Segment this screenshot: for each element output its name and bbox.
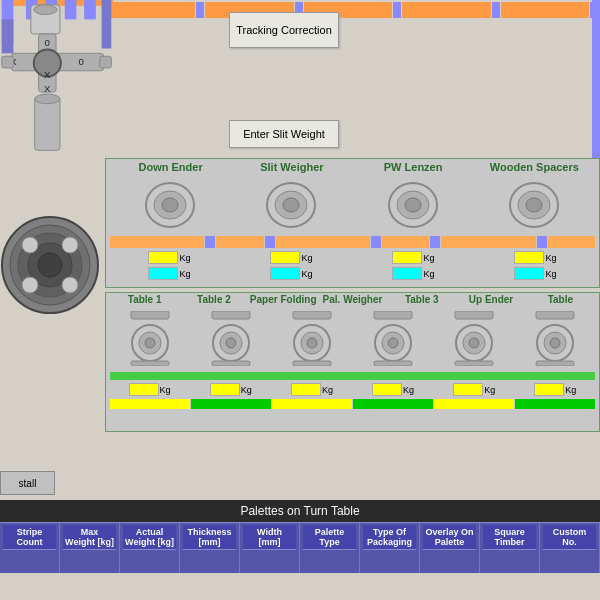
kg-yellow-2[interactable] [270,251,300,264]
kg-field-1[interactable]: Kg [148,251,190,264]
lower-section: Table 1 Table 2 Paper Folding Pal. Weigh… [105,292,600,432]
svg-point-47 [145,338,155,348]
roller-1 [143,180,198,230]
svg-point-7 [34,5,57,15]
svg-point-37 [283,198,299,212]
kg-label-3: Kg [423,253,434,263]
roller-3 [386,180,441,230]
palette-col-stripe: Stripe Count [0,523,60,573]
lower-kg-field-3[interactable]: Kg [291,383,333,396]
lower-kg-field-2[interactable]: Kg [210,383,252,396]
kg-cyan-label-1: Kg [179,269,190,279]
lower-roller-3 [291,311,333,366]
svg-rect-20 [100,56,112,68]
svg-rect-54 [293,311,331,319]
svg-text:X: X [44,69,51,80]
svg-rect-73 [536,361,574,366]
lower-kg-field-6[interactable]: Kg [534,383,576,396]
header-slit-weigher: Slit Weigher [231,161,352,173]
lower-kg-yellow-2[interactable] [210,383,240,396]
svg-point-18 [35,94,60,104]
kg-cyan-3[interactable] [392,267,422,280]
lower-roller-2 [210,311,252,366]
svg-point-52 [226,338,236,348]
svg-point-34 [162,198,178,212]
header-up-ender: Up Ender [456,294,525,305]
palette-col-header-overlay: Overlay On Palette [423,525,476,550]
lower-green-strip [110,372,595,380]
enter-slit-weight-button[interactable]: Enter Slit Weight [229,120,339,148]
lower-kg-field-1[interactable]: Kg [129,383,171,396]
palette-col-max-weight: Max Weight [kg] [60,523,120,573]
lower-kg-yellow-5[interactable] [453,383,483,396]
svg-point-67 [469,338,479,348]
kg-cyan-field-1[interactable]: Kg [148,267,190,280]
lower-kg-yellow-1[interactable] [129,383,159,396]
lower-roller-1 [129,311,171,366]
lower-kg-field-5[interactable]: Kg [453,383,495,396]
lower-kg-yellow-3[interactable] [291,383,321,396]
lower-kg-label-6: Kg [565,385,576,395]
kg-yellow-1[interactable] [148,251,178,264]
upper-rollers-row [106,175,599,235]
palette-col-header-max-weight: Max Weight [kg] [63,525,116,550]
tracking-correction-button[interactable]: Tracking Correction [229,12,339,48]
kg-yellow-4[interactable] [514,251,544,264]
kg-cyan-field-2[interactable]: Kg [270,267,312,280]
kg-label-4: Kg [545,253,556,263]
svg-rect-58 [293,361,331,366]
svg-rect-69 [536,311,574,319]
palette-col-actual-weight: Actual Weight [kg] [120,523,180,573]
lower-kg-label-4: Kg [403,385,414,395]
lower-roller-6 [534,311,576,366]
palette-col-header-square-timber: Square Timber [483,525,536,550]
lower-kg-field-4[interactable]: Kg [372,383,414,396]
palette-col-custom-no: Custom No. [540,523,600,573]
kg-cyan-field-3[interactable]: Kg [392,267,434,280]
svg-rect-63 [374,361,412,366]
roller-4 [507,180,562,230]
header-table-extra: Table [526,294,595,305]
install-button[interactable]: stall [0,471,55,495]
machine-graphic: 0 X X 0 X 0 [0,0,115,160]
svg-rect-68 [455,361,493,366]
svg-text:0: 0 [45,37,51,48]
kg-cyan-1[interactable] [148,267,178,280]
kg-label-1: Kg [179,253,190,263]
lower-rollers-row [106,306,599,371]
large-roller-svg [0,185,105,335]
palette-col-overlay: Overlay On Palette [420,523,480,573]
svg-point-31 [62,277,78,293]
svg-rect-5 [84,0,96,19]
palette-col-header-thickness: Thickness [mm] [183,525,236,550]
lower-kg-row: Kg Kg Kg Kg Kg Kg [106,381,599,398]
kg-cyan-2[interactable] [270,267,300,280]
svg-point-43 [526,198,542,212]
lower-kg-yellow-4[interactable] [372,383,402,396]
svg-rect-44 [131,311,169,319]
palette-col-header-palette-type: Palette Type [303,525,356,550]
lower-kg-yellow-6[interactable] [534,383,564,396]
svg-rect-22 [102,0,112,48]
svg-rect-59 [374,311,412,319]
palette-col-type-packaging: Type Of Packaging [360,523,420,573]
kg-field-2[interactable]: Kg [270,251,312,264]
header-table1: Table 1 [110,294,179,305]
lower-kg-label-5: Kg [484,385,495,395]
svg-point-30 [22,277,38,293]
svg-point-57 [307,338,317,348]
kg-field-3[interactable]: Kg [392,251,434,264]
svg-text:0: 0 [79,56,85,67]
svg-rect-19 [2,56,14,68]
header-pal-weigher: Pal. Weigher [318,294,387,305]
roller-2 [264,180,319,230]
kg-yellow-3[interactable] [392,251,422,264]
kg-row-2: Kg Kg Kg Kg [106,266,599,281]
svg-point-28 [22,237,38,253]
kg-cyan-field-4[interactable]: Kg [514,267,556,280]
svg-rect-53 [212,361,250,366]
upper-color-strip [110,236,595,248]
kg-cyan-4[interactable] [514,267,544,280]
kg-field-4[interactable]: Kg [514,251,556,264]
lower-roller-4 [372,311,414,366]
